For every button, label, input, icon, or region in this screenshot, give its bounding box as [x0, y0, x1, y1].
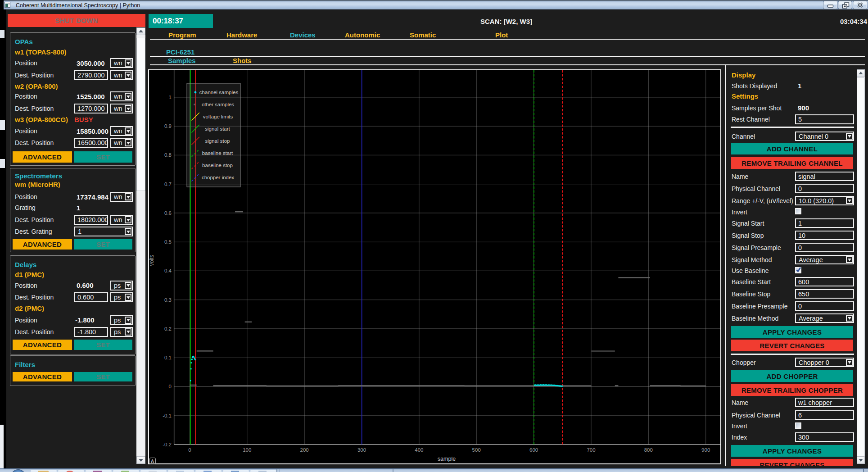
svg-text:volts: volts	[149, 255, 155, 266]
svg-text:other samples: other samples	[202, 102, 234, 107]
svg-text:100: 100	[243, 447, 251, 453]
svg-text:0.4: 0.4	[164, 268, 172, 273]
svg-text:0.9: 0.9	[164, 123, 172, 129]
svg-text:baseline start: baseline start	[202, 150, 233, 156]
svg-text:300: 300	[357, 447, 366, 453]
svg-text:-0.2: -0.2	[163, 442, 172, 447]
svg-text:0.1: 0.1	[164, 355, 172, 360]
svg-text:600: 600	[529, 447, 538, 453]
svg-text:900: 900	[701, 447, 710, 453]
svg-text:0: 0	[188, 447, 191, 453]
svg-text:sample: sample	[438, 456, 456, 462]
svg-text:800: 800	[644, 447, 653, 453]
svg-text:signal start: signal start	[205, 126, 230, 132]
svg-text:0.3: 0.3	[164, 297, 172, 303]
svg-text:200: 200	[300, 447, 309, 453]
svg-text:0.6: 0.6	[164, 210, 172, 216]
svg-text:700: 700	[587, 447, 595, 453]
svg-text:0.2: 0.2	[164, 326, 172, 331]
svg-text:400: 400	[415, 447, 423, 453]
svg-text:0.5: 0.5	[164, 239, 172, 245]
svg-text:0: 0	[169, 384, 172, 389]
svg-text:voltage limits: voltage limits	[203, 114, 233, 119]
svg-text:0.7: 0.7	[164, 182, 172, 187]
svg-text:1: 1	[169, 95, 172, 100]
svg-text:0.8: 0.8	[164, 152, 172, 158]
svg-text:baseline stop: baseline stop	[202, 163, 233, 168]
svg-text:signal stop: signal stop	[205, 138, 230, 144]
svg-text:channel samples: channel samples	[199, 90, 239, 95]
svg-text:-0.1: -0.1	[163, 413, 172, 418]
svg-text:chopper index: chopper index	[202, 175, 234, 180]
svg-text:500: 500	[472, 447, 481, 453]
